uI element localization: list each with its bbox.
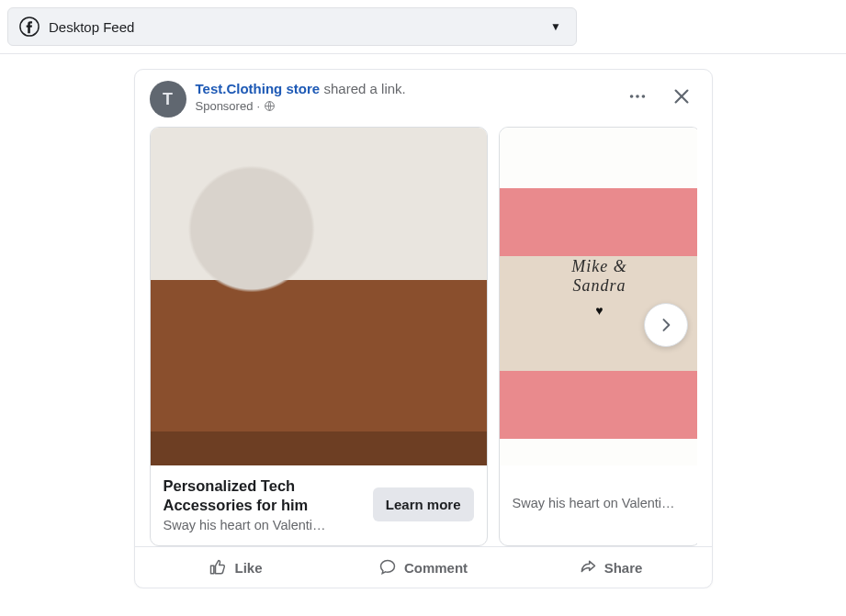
like-icon <box>209 558 227 577</box>
learn-more-button[interactable]: Learn more <box>373 487 474 521</box>
like-button[interactable]: Like <box>142 551 330 584</box>
close-post-button[interactable] <box>666 81 697 116</box>
post-meta: Sponsored · <box>196 99 622 113</box>
carousel-card[interactable]: Personalized Tech Accessories for him Sw… <box>150 127 488 546</box>
card-subtitle: Sway his heart on Valenti… <box>513 496 687 510</box>
carousel: Personalized Tech Accessories for him Sw… <box>135 127 712 546</box>
card-subtitle: Sway his heart on Valenti… <box>164 518 362 532</box>
divider <box>0 53 846 54</box>
avatar-letter: T <box>163 90 173 109</box>
chevron-right-icon <box>657 316 675 334</box>
card-image: Mike & Sandra ♥ <box>500 128 697 465</box>
heart-icon: ♥ <box>595 303 603 318</box>
post-header: T Test.Clothing store shared a link. Spo… <box>135 70 712 127</box>
svg-point-4 <box>641 95 645 98</box>
card-overlay-text: Mike & Sandra <box>549 257 649 296</box>
card-image <box>151 128 487 465</box>
svg-point-2 <box>629 95 633 98</box>
avatar[interactable]: T <box>150 81 186 118</box>
ellipsis-icon <box>627 86 648 106</box>
carousel-next-button[interactable] <box>644 303 688 347</box>
sponsored-post: T Test.Clothing store shared a link. Spo… <box>134 69 713 588</box>
svg-point-3 <box>636 95 639 98</box>
like-label: Like <box>234 560 262 576</box>
comment-label: Comment <box>404 560 468 576</box>
globe-icon <box>264 100 276 112</box>
share-icon <box>579 558 597 577</box>
share-button[interactable]: Share <box>517 551 705 584</box>
comment-icon <box>378 558 397 577</box>
more-options-button[interactable] <box>622 81 653 116</box>
feed-selector-bar[interactable]: Desktop Feed ▼ <box>7 7 577 46</box>
action-bar: Like Comment Share <box>135 546 712 588</box>
page-name-link[interactable]: Test.Clothing store <box>196 81 321 96</box>
feed-selector-label: Desktop Feed <box>49 19 134 35</box>
caret-down-icon: ▼ <box>550 20 561 33</box>
share-label: Share <box>604 560 643 576</box>
comment-button[interactable]: Comment <box>330 551 517 584</box>
facebook-logo-icon <box>19 17 39 37</box>
card-title: Personalized Tech Accessories for him <box>164 476 362 514</box>
shared-link-label: shared a link. <box>324 81 406 96</box>
close-icon <box>671 86 692 106</box>
sponsored-label[interactable]: Sponsored <box>196 99 254 113</box>
